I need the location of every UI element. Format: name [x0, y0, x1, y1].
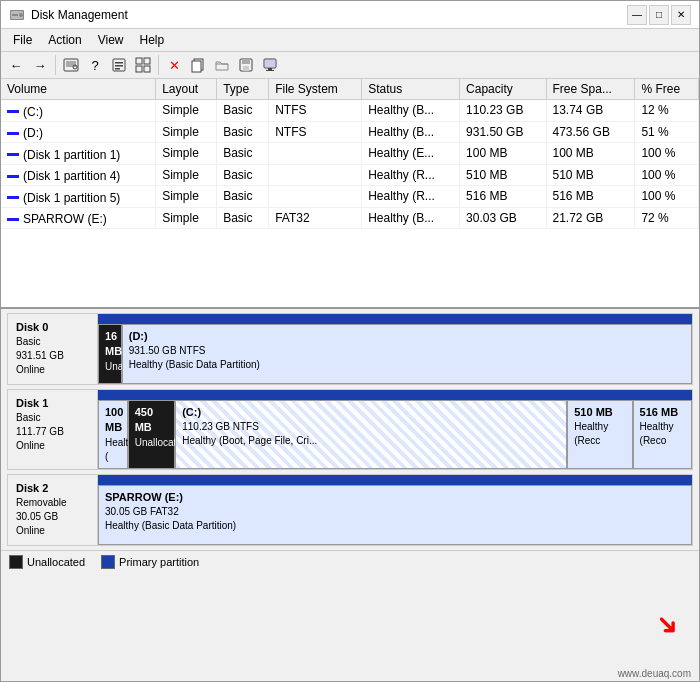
cell-layout: Simple — [156, 100, 217, 122]
svg-rect-5 — [66, 61, 76, 67]
partition-part4[interactable]: 510 MBHealthy (Recc — [567, 400, 632, 469]
svg-rect-18 — [242, 59, 250, 64]
table-row[interactable]: (Disk 1 partition 5)SimpleBasicHealthy (… — [1, 186, 699, 208]
cell-capacity: 110.23 GB — [460, 100, 546, 122]
minimize-button[interactable]: — — [627, 5, 647, 25]
legend-unallocated: Unallocated — [9, 555, 85, 569]
partition-part1[interactable]: 100 MBHealthy ( — [98, 400, 128, 469]
svg-rect-3 — [12, 14, 18, 16]
col-volume[interactable]: Volume — [1, 79, 156, 100]
cell-pctfree: 100 % — [635, 143, 699, 165]
watermark: www.deuaq.com — [618, 668, 691, 679]
save-button[interactable] — [235, 54, 257, 76]
table-row[interactable]: SPARROW (E:)SimpleBasicFAT32Healthy (B..… — [1, 207, 699, 229]
title-bar: Disk Management — □ ✕ — [1, 1, 699, 29]
svg-point-2 — [19, 13, 23, 17]
menu-help[interactable]: Help — [132, 31, 173, 49]
disk-label-2: Disk 2Removable30.05 GBOnline — [8, 475, 98, 545]
svg-rect-14 — [144, 66, 150, 72]
title-controls[interactable]: — □ ✕ — [627, 5, 691, 25]
red-arrow-indicator: ➜ — [648, 605, 688, 645]
table-header-row: Volume Layout Type File System Status Ca… — [1, 79, 699, 100]
copy-button[interactable] — [187, 54, 209, 76]
partition-part5[interactable]: 516 MBHealthy (Reco — [633, 400, 692, 469]
svg-rect-19 — [243, 66, 249, 71]
partition-unallocated0[interactable]: 16 MBUnallocated — [98, 324, 122, 384]
legend-unalloc-label: Unallocated — [27, 556, 85, 568]
close-button[interactable]: ✕ — [671, 5, 691, 25]
table-body: (C:)SimpleBasicNTFSHealthy (B...110.23 G… — [1, 100, 699, 229]
disk-label-0: Disk 0Basic931.51 GBOnline — [8, 314, 98, 384]
svg-rect-9 — [115, 65, 123, 67]
view-button[interactable] — [132, 54, 154, 76]
cell-pctfree: 51 % — [635, 121, 699, 143]
col-status[interactable]: Status — [362, 79, 460, 100]
window-title: Disk Management — [31, 8, 128, 22]
cell-volume: (Disk 1 partition 1) — [1, 143, 156, 165]
svg-rect-13 — [136, 66, 142, 72]
table-row[interactable]: (C:)SimpleBasicNTFSHealthy (B...110.23 G… — [1, 100, 699, 122]
cell-volume: (D:) — [1, 121, 156, 143]
partition-sparrow[interactable]: SPARROW (E:)30.05 GB FAT32Healthy (Basic… — [98, 485, 692, 545]
cell-filesystem: FAT32 — [269, 207, 362, 229]
folder-button[interactable] — [211, 54, 233, 76]
toolbar: ← → ? ✕ — [1, 52, 699, 79]
svg-rect-12 — [144, 58, 150, 64]
cell-type: Basic — [217, 121, 269, 143]
cell-status: Healthy (B... — [362, 100, 460, 122]
computer-button[interactable] — [259, 54, 281, 76]
partition-c-drive[interactable]: (C:)110.23 GB NTFSHealthy (Boot, Page Fi… — [175, 400, 567, 469]
cell-type: Basic — [217, 100, 269, 122]
disk-panel-1: Disk 1Basic111.77 GBOnline100 MBHealthy … — [7, 389, 693, 470]
cell-filesystem: NTFS — [269, 121, 362, 143]
cell-volume: SPARROW (E:) — [1, 207, 156, 229]
menu-action[interactable]: Action — [40, 31, 89, 49]
menu-view[interactable]: View — [90, 31, 132, 49]
cell-filesystem — [269, 143, 362, 165]
legend-primary: Primary partition — [101, 555, 199, 569]
help-button[interactable]: ? — [84, 54, 106, 76]
svg-rect-21 — [265, 60, 275, 67]
col-filesystem[interactable]: File System — [269, 79, 362, 100]
cell-status: Healthy (R... — [362, 186, 460, 208]
disk-label-1: Disk 1Basic111.77 GBOnline — [8, 390, 98, 469]
cell-layout: Simple — [156, 143, 217, 165]
cell-volume: (Disk 1 partition 5) — [1, 186, 156, 208]
delete-button[interactable]: ✕ — [163, 54, 185, 76]
volume-table-area: Volume Layout Type File System Status Ca… — [1, 79, 699, 309]
svg-rect-23 — [266, 70, 274, 71]
col-layout[interactable]: Layout — [156, 79, 217, 100]
table-row[interactable]: (Disk 1 partition 4)SimpleBasicHealthy (… — [1, 164, 699, 186]
svg-rect-16 — [192, 61, 201, 72]
back-button[interactable]: ← — [5, 54, 27, 76]
disk-panel-0: Disk 0Basic931.51 GBOnline16 MBUnallocat… — [7, 313, 693, 385]
partition-d-drive[interactable]: (D:)931.50 GB NTFSHealthy (Basic Data Pa… — [122, 324, 692, 384]
menu-file[interactable]: File — [5, 31, 40, 49]
cell-pctfree: 100 % — [635, 164, 699, 186]
disk-panels: Disk 0Basic931.51 GBOnline16 MBUnallocat… — [1, 313, 699, 546]
col-capacity[interactable]: Capacity — [460, 79, 546, 100]
forward-button[interactable]: → — [29, 54, 51, 76]
cell-status: Healthy (E... — [362, 143, 460, 165]
cell-filesystem — [269, 186, 362, 208]
cell-volume: (Disk 1 partition 4) — [1, 164, 156, 186]
cell-free: 510 MB — [546, 164, 635, 186]
toolbar-sep-2 — [158, 55, 159, 75]
table-row[interactable]: (Disk 1 partition 1)SimpleBasicHealthy (… — [1, 143, 699, 165]
toolbar-sep-1 — [55, 55, 56, 75]
cell-type: Basic — [217, 143, 269, 165]
disk-button[interactable] — [60, 54, 82, 76]
properties-button[interactable] — [108, 54, 130, 76]
title-bar-left: Disk Management — [9, 7, 128, 23]
table-row[interactable]: (D:)SimpleBasicNTFSHealthy (B...931.50 G… — [1, 121, 699, 143]
menu-bar: File Action View Help — [1, 29, 699, 52]
col-type[interactable]: Type — [217, 79, 269, 100]
cell-capacity: 931.50 GB — [460, 121, 546, 143]
col-pctfree[interactable]: % Free — [635, 79, 699, 100]
partition-unallocated1[interactable]: 450 MBUnallocated — [128, 400, 176, 469]
maximize-button[interactable]: □ — [649, 5, 669, 25]
svg-rect-11 — [136, 58, 142, 64]
cell-capacity: 510 MB — [460, 164, 546, 186]
cell-status: Healthy (B... — [362, 121, 460, 143]
col-freespace[interactable]: Free Spa... — [546, 79, 635, 100]
